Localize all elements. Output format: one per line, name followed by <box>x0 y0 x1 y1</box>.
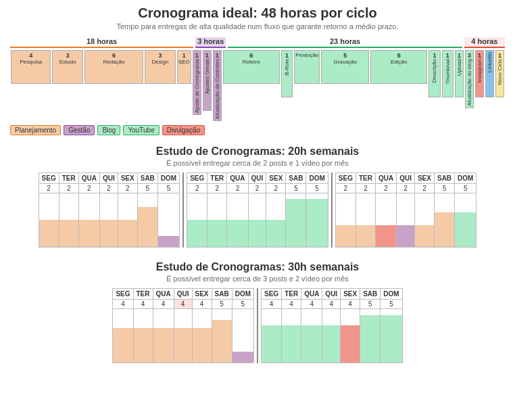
study-20h-week2: SEG TER QUA QUI SEX SAB DOM 2 2 2 2 <box>187 172 328 248</box>
day-sex-2: SEX <box>266 172 286 183</box>
block-seo-label: SEO <box>178 59 190 65</box>
bar-30-qui-2 <box>322 308 341 363</box>
legend-blog: Blog <box>97 125 120 135</box>
section-4h-label: 4 horas <box>471 37 497 45</box>
day-ter-2: TER <box>207 172 227 183</box>
legend: Planejamento Gestão Blog YouTube Divulga… <box>10 125 505 135</box>
page-wrapper: Cronograma ideal: 48 horas por ciclo Tem… <box>0 0 515 369</box>
block-novo-ciclo-label: Novo Ciclo <box>497 59 503 85</box>
h-30-dom-2: 5 <box>381 299 402 308</box>
hours-row-2: 2 2 2 2 2 5 5 <box>187 183 328 193</box>
day-sab-1: SAB <box>137 172 157 183</box>
bar-30-ter-1 <box>133 308 153 363</box>
h-ter-3: 2 <box>355 183 375 193</box>
h-30-dom-1: 5 <box>232 299 253 308</box>
block-thumbnail-label: Thumbnail <box>445 59 451 84</box>
block-thumbnail-num: 1 <box>446 52 449 59</box>
day-30-dom-1: DOM <box>232 288 253 299</box>
h-30-ter-2: 4 <box>282 299 301 308</box>
block-descricao-num: 1 <box>433 52 436 59</box>
block-estudo-label: Estudo <box>53 59 82 65</box>
h-sex-3: 2 <box>414 183 434 193</box>
block-pesquisa: 4 Pesquisa <box>11 50 51 84</box>
block-descricao-label: Descrição <box>431 59 437 83</box>
day-30-seg-1: SEG <box>113 288 133 299</box>
block-atualizacao-blog-num: 3 <box>468 52 471 59</box>
page-subtitle: Tempo para entregas de alta qualidade nu… <box>10 22 505 30</box>
bar-sab-2 <box>286 193 306 247</box>
day-30-qui-1: QUI <box>174 288 192 299</box>
day-30-dom-2: DOM <box>381 288 402 299</box>
h-seg-3: 2 <box>335 183 355 193</box>
bar-sex-3 <box>414 193 434 247</box>
block-redacao-num: 6 <box>86 52 142 59</box>
h-30-seg-1: 4 <box>113 299 133 308</box>
block-atualizacao-blog-label: Atualização do blog <box>466 59 472 106</box>
block-ajuste-cronograma-num: 1 <box>195 52 199 59</box>
section-header-4h: 4 horas <box>464 37 505 48</box>
block-seo-num: 1 <box>178 52 190 59</box>
h-30-sex-1: 4 <box>192 299 212 308</box>
day-seg-2: SEG <box>187 172 207 183</box>
block-upload: 1 Upload <box>455 50 464 97</box>
day-qui-2: QUI <box>248 172 266 183</box>
day-qui-3: QUI <box>397 172 415 183</box>
block-novo-ciclo-num: 1 <box>498 52 501 59</box>
block-brole-label: B-Role <box>284 59 290 75</box>
block-instagram-label: Instagram <box>476 59 483 83</box>
bar-row-3 <box>335 193 476 247</box>
bar-seg-1 <box>39 193 59 247</box>
day-sab-3: SAB <box>434 172 454 183</box>
day-dom-2: DOM <box>306 172 328 183</box>
h-ter-2: 2 <box>207 183 227 193</box>
block-descricao: 1 Descrição <box>428 50 440 97</box>
h-30-qua-2: 4 <box>301 299 322 308</box>
hours-30-row-1: 4 4 4 4 4 5 5 <box>113 299 254 308</box>
block-brole: 1 B-Role <box>281 50 293 97</box>
h-sex-2: 2 <box>266 183 286 193</box>
h-qui-3: 2 <box>397 183 415 193</box>
block-seo: 1 SEO <box>177 50 191 84</box>
day-dom-1: DOM <box>157 172 179 183</box>
block-ajustes-gerais-num: 1 <box>205 52 209 59</box>
bar-seg-2 <box>187 193 207 247</box>
legend-gestao: Gestão <box>64 125 95 135</box>
bar-qua-3 <box>375 193 396 247</box>
bar-sex-1 <box>118 193 137 247</box>
h-dom-3: 5 <box>455 183 476 193</box>
h-qui-2: 2 <box>248 183 266 193</box>
bar-qui-3 <box>397 193 415 247</box>
study-30h-week2: SEG TER QUA QUI SEX SAB DOM 4 4 4 4 <box>261 288 403 363</box>
section-18h-label: 18 horas <box>87 37 117 45</box>
day-qui-1: QUI <box>99 172 118 183</box>
block-design-label: Design <box>146 59 174 65</box>
bar-dom-3 <box>455 193 476 247</box>
bar-row-2 <box>187 193 328 247</box>
bar-qua-1 <box>78 193 99 247</box>
block-gravacao-label: Gravação <box>322 59 368 65</box>
h-30-sab-1: 5 <box>212 299 232 308</box>
h-30-qua-1: 4 <box>153 299 174 308</box>
day-dom-3: DOM <box>455 172 476 183</box>
h-qui-1: 2 <box>99 183 118 193</box>
day-seg-3: SEG <box>335 172 355 183</box>
day-sab-2: SAB <box>286 172 306 183</box>
bar-30-sex-1 <box>192 308 212 363</box>
hours-row-3: 2 2 2 2 2 5 5 <box>335 183 476 193</box>
bar-seg-3 <box>335 193 355 247</box>
block-ajuste-cronograma: 1 Ajuste de Cronograma <box>193 50 201 115</box>
hours-row-1: 2 2 2 2 2 5 5 <box>39 183 180 193</box>
study-30h-section: Estudo de Cronogramas: 30h semanais É po… <box>10 261 505 363</box>
block-edicao-label: Edição <box>372 59 426 65</box>
bar-30-dom-1 <box>232 308 253 363</box>
bar-sab-1 <box>137 193 157 247</box>
bar-ter-1 <box>59 193 78 247</box>
block-design: 3 Design <box>145 50 176 84</box>
day-30-sex-2: SEX <box>341 288 360 299</box>
day-30-qua-1: QUA <box>153 288 174 299</box>
bar-30-row-2 <box>262 308 403 363</box>
h-sex-1: 2 <box>118 183 137 193</box>
group-3h: 1 Ajuste de Cronograma 1 Ajustes Gerais … <box>192 50 222 121</box>
h-30-seg-2: 4 <box>262 299 282 308</box>
legend-planejamento: Planejamento <box>10 125 61 135</box>
